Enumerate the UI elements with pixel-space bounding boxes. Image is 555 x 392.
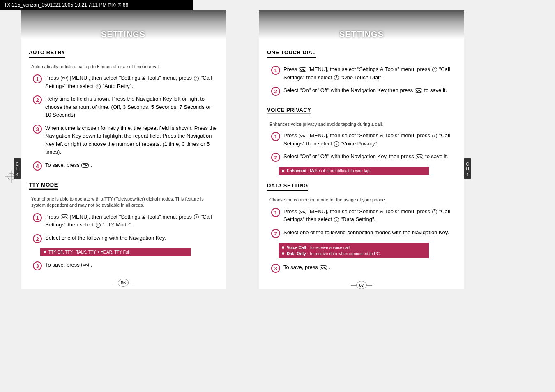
step-text: Select one of the following connection m… (283, 228, 449, 237)
step-number-icon: 2 (33, 234, 42, 243)
key-6-icon: 6 (194, 214, 199, 219)
step-1: 1 Press OK [MENU], then select "Settings… (33, 74, 218, 90)
info-box: Enhanced : Makes it more difficult to wi… (279, 167, 429, 175)
section-voice-privacy: VOICE PRIVACY Enhances voice privacy and… (267, 101, 456, 175)
step-2: 2 Select one of the following connection… (271, 228, 456, 238)
step-number-icon: 1 (33, 74, 42, 83)
step-3: 3 To save, press OK . (33, 261, 218, 270)
ok-icon: OK (299, 134, 306, 138)
bullet-icon (44, 251, 46, 253)
info-box: TTY Off, TTY+ TALK, TTY + HEAR, TTY Full (40, 248, 191, 256)
bullet-icon (282, 170, 284, 172)
step-text: Select "On" or "Off" with the Navigation… (283, 152, 448, 161)
step-2: 2 Retry time to field is shown. Press th… (33, 95, 218, 119)
step-text: Select "On" or "Off" with the Navigation… (283, 86, 447, 95)
step-number-icon: 1 (271, 208, 280, 217)
bullet-icon (282, 246, 284, 249)
key-6-icon: 6 (432, 134, 437, 138)
step-number-icon: 1 (33, 213, 42, 222)
step-text: Press OK [MENU], then select "Settings &… (283, 208, 456, 224)
ok-icon: OK (61, 76, 68, 81)
key-6-icon: 6 (432, 209, 437, 214)
section-title: AUTO RETRY (29, 49, 65, 58)
step-2: 2 Select one of the following with the N… (33, 234, 218, 243)
step-text: Select one of the following with the Nav… (45, 234, 166, 242)
ok-icon: OK (320, 265, 327, 270)
step-number-icon: 1 (271, 66, 280, 75)
info-box: Voice Call : To receive a voice call. Da… (279, 243, 429, 258)
step-text: Press OK [MENU], then select "Settings &… (283, 65, 456, 81)
step-text: To save, press OK . (283, 263, 331, 272)
step-1: 1 Press OK [MENU], then select "Settings… (271, 131, 456, 148)
svg-text:1: 1 (274, 134, 277, 140)
section-one-touch-dial: ONE TOUCH DIAL 1 Press OK [MENU], then s… (267, 43, 456, 96)
banner-right: SETTINGS (259, 10, 464, 39)
key-6-icon: 6 (194, 76, 199, 81)
step-2: 2 Select "On" or "Off" with the Navigati… (271, 152, 456, 162)
step-number-icon: 3 (271, 264, 280, 273)
banner-left: SETTINGS (21, 10, 226, 39)
svg-text:4: 4 (36, 163, 39, 169)
step-number-icon: 2 (33, 95, 42, 104)
step-3: 3 To save, press OK . (271, 263, 456, 273)
section-title: VOICE PRIVACY (267, 107, 311, 115)
step-2: 2 Select "On" or "Off" with the Navigati… (271, 86, 456, 96)
intro: Enhances voice privacy and avoids tappin… (269, 121, 456, 127)
key-5-icon: 5 (334, 141, 339, 146)
svg-text:1: 1 (274, 210, 277, 216)
chapter-tab-left: C H 4 (14, 158, 21, 179)
intro: Choose the connection mode for the usage… (269, 197, 456, 203)
svg-text:2: 2 (36, 97, 39, 103)
section-title: DATA SETTING (267, 182, 308, 191)
svg-text:3: 3 (274, 265, 277, 272)
step-text: Retry time to field is shown. Press the … (45, 95, 218, 119)
svg-text:2: 2 (274, 88, 277, 95)
step-text: Press OK [MENU], then select "Settings &… (283, 131, 456, 148)
svg-text:3: 3 (36, 126, 39, 132)
info-text: Voice Call : To receive a voice call. (287, 244, 351, 251)
ok-icon: OK (299, 67, 306, 72)
step-4: 4 To save, press OK . (33, 161, 218, 171)
key-6-icon: 6 (432, 67, 437, 72)
svg-text:2: 2 (274, 231, 277, 237)
key-3-icon: 3 (96, 223, 101, 228)
ok-icon: OK (416, 154, 423, 159)
step-1: 1 Press OK [MENU], then select "Settings… (33, 213, 218, 229)
key-4-icon: 4 (334, 75, 339, 80)
page-left: C H 4 SETTINGS AUTO RETRY Automatically … (21, 10, 226, 289)
step-number-icon: 2 (271, 87, 280, 96)
key-2-icon: 2 (96, 84, 101, 89)
step-text: Press OK [MENU], then select "Settings &… (45, 213, 218, 229)
ok-icon: OK (61, 214, 68, 219)
step-number-icon: 3 (33, 261, 42, 270)
file-header: TX-215_verizon_0501021 2005.10.21 7:11 P… (0, 0, 193, 10)
info-text: Enhanced : Makes it more difficult to wi… (287, 168, 371, 173)
step-text: When a time is chosen for retry time, th… (45, 124, 218, 156)
banner-title: SETTINGS (101, 30, 145, 39)
info-text: TTY Off, TTY+ TALK, TTY + HEAR, TTY Full (48, 250, 130, 254)
svg-text:2: 2 (36, 236, 39, 242)
step-text: Press OK [MENU], then select "Settings &… (45, 74, 218, 90)
svg-text:1: 1 (36, 215, 39, 221)
page-number: 67 (267, 281, 456, 289)
ok-icon: OK (415, 88, 422, 93)
chapter-tab-right: C H 4 (464, 158, 471, 179)
section-title: TTY MODE (29, 182, 58, 190)
ok-icon: OK (81, 263, 89, 267)
page-spread: C H 4 SETTINGS AUTO RETRY Automatically … (0, 10, 555, 289)
info-text: Data Only : To receive data when connect… (287, 251, 381, 257)
step-number-icon: 4 (33, 161, 42, 171)
step-text: To save, press OK . (45, 161, 92, 169)
step-number-icon: 2 (271, 153, 280, 162)
section-title: ONE TOUCH DIAL (267, 49, 316, 58)
svg-text:1: 1 (36, 76, 39, 82)
step-3: 3 When a time is chosen for retry time, … (33, 124, 218, 156)
svg-text:2: 2 (274, 154, 277, 161)
page-right: C H 4 SETTINGS ONE TOUCH DIAL 1 Press OK… (259, 10, 464, 289)
step-number-icon: 3 (33, 125, 42, 134)
bullet-icon (282, 252, 284, 255)
step-text: To save, press OK . (45, 261, 92, 269)
key-6-icon: 6 (334, 217, 339, 222)
step-number-icon: 2 (271, 229, 280, 238)
intro: Your phone is able to operate with a TTY… (31, 196, 218, 209)
